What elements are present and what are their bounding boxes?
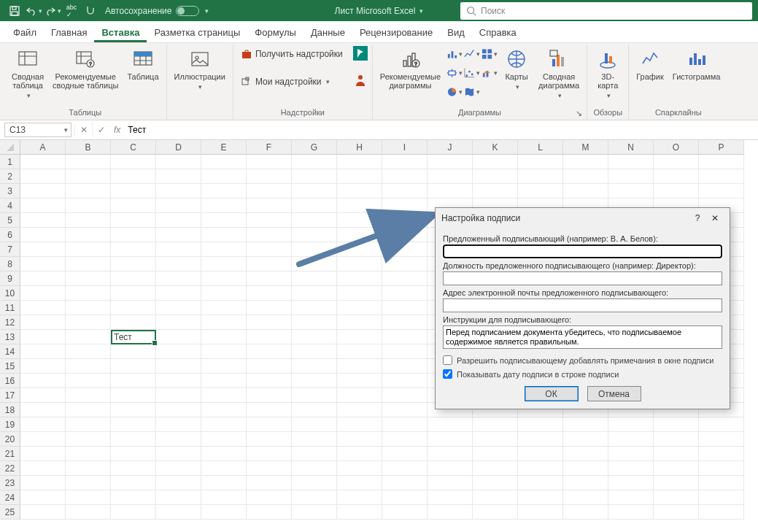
cell[interactable] [654, 432, 699, 447]
formula-input[interactable] [125, 123, 758, 137]
cell[interactable] [111, 169, 156, 184]
cell[interactable] [201, 286, 247, 301]
show-date-input[interactable] [443, 369, 452, 379]
allow-comments-checkbox[interactable]: Разрешить подписывающему добавлять приме… [443, 355, 722, 365]
cell[interactable] [247, 257, 292, 271]
cell[interactable] [156, 330, 201, 344]
cell[interactable] [292, 286, 337, 301]
cell[interactable] [20, 330, 66, 344]
cell[interactable] [156, 286, 201, 301]
cell[interactable] [337, 257, 382, 271]
row-header[interactable]: 5 [0, 213, 20, 228]
cell[interactable] [292, 228, 337, 242]
cell[interactable] [201, 257, 247, 271]
cell[interactable] [428, 432, 473, 447]
cell[interactable] [563, 490, 608, 505]
cell[interactable] [337, 403, 382, 417]
cell[interactable] [428, 505, 473, 520]
cell[interactable] [608, 447, 654, 461]
cell[interactable] [20, 359, 66, 374]
cell[interactable] [428, 476, 473, 490]
cell[interactable] [292, 461, 337, 476]
cell[interactable] [20, 344, 66, 359]
row-header[interactable]: 19 [0, 417, 20, 432]
cell[interactable] [337, 490, 382, 505]
cell[interactable] [337, 417, 382, 432]
cell[interactable] [337, 184, 382, 198]
cell[interactable] [337, 286, 382, 301]
cell[interactable] [66, 228, 111, 242]
row-header[interactable]: 14 [0, 344, 20, 359]
cell[interactable] [201, 388, 247, 403]
cell[interactable] [473, 476, 518, 490]
cell[interactable] [66, 315, 111, 330]
cell[interactable] [563, 169, 608, 184]
cell[interactable] [201, 374, 247, 388]
cell[interactable] [66, 388, 111, 403]
cell[interactable] [608, 490, 654, 505]
sparkline-column-button[interactable]: Гистограмма [670, 46, 724, 82]
cell[interactable] [201, 330, 247, 344]
cell[interactable] [247, 301, 292, 315]
cell[interactable] [201, 461, 247, 476]
cell[interactable] [608, 476, 654, 490]
cell[interactable] [382, 388, 428, 403]
cell[interactable] [20, 505, 66, 520]
row-header[interactable]: 9 [0, 271, 20, 286]
row-headers[interactable]: 1234567891011121314151617181920212223242… [0, 155, 20, 520]
cell[interactable] [608, 461, 654, 476]
cell[interactable] [66, 359, 111, 374]
cell[interactable] [518, 155, 563, 169]
cell[interactable] [201, 505, 247, 520]
cell[interactable] [20, 184, 66, 198]
cell[interactable] [382, 403, 428, 417]
cell[interactable] [518, 461, 563, 476]
cell[interactable] [66, 447, 111, 461]
dialog-titlebar[interactable]: Настройка подписи ? ✕ [436, 208, 730, 228]
column-header[interactable]: O [654, 140, 699, 155]
cell[interactable] [337, 315, 382, 330]
cell[interactable] [563, 505, 608, 520]
cell[interactable] [337, 301, 382, 315]
cell[interactable] [608, 432, 654, 447]
cell[interactable] [382, 330, 428, 344]
cell[interactable] [563, 447, 608, 461]
3d-map-button[interactable]: 3D- карта▾ [592, 46, 624, 101]
cell[interactable] [247, 184, 292, 198]
cell[interactable] [66, 155, 111, 169]
cell[interactable] [247, 198, 292, 213]
cell[interactable] [518, 490, 563, 505]
cell[interactable] [337, 461, 382, 476]
cell[interactable] [292, 198, 337, 213]
cell[interactable] [20, 432, 66, 447]
cell[interactable] [111, 505, 156, 520]
cell[interactable] [156, 315, 201, 330]
cell[interactable] [20, 447, 66, 461]
column-header[interactable]: L [518, 140, 563, 155]
cell[interactable] [382, 213, 428, 228]
hierarchy-chart-icon[interactable]: ▾ [482, 46, 498, 62]
row-header[interactable]: 2 [0, 169, 20, 184]
cell[interactable] [201, 476, 247, 490]
accept-formula-icon[interactable]: ✓ [92, 123, 109, 137]
cell[interactable] [111, 198, 156, 213]
cell[interactable] [156, 490, 201, 505]
cell[interactable] [247, 505, 292, 520]
cell[interactable] [111, 184, 156, 198]
cell[interactable] [473, 417, 518, 432]
cell[interactable] [111, 432, 156, 447]
column-header[interactable]: A [20, 140, 66, 155]
cell[interactable] [382, 257, 428, 271]
cell[interactable] [66, 242, 111, 257]
cell[interactable] [247, 213, 292, 228]
cell[interactable] [156, 184, 201, 198]
cell[interactable] [247, 315, 292, 330]
cell[interactable] [111, 344, 156, 359]
cell[interactable] [382, 228, 428, 242]
cell[interactable] [66, 403, 111, 417]
cell[interactable] [247, 461, 292, 476]
cell[interactable] [654, 155, 699, 169]
cell[interactable] [66, 461, 111, 476]
column-header[interactable]: G [292, 140, 337, 155]
cell[interactable] [382, 505, 428, 520]
